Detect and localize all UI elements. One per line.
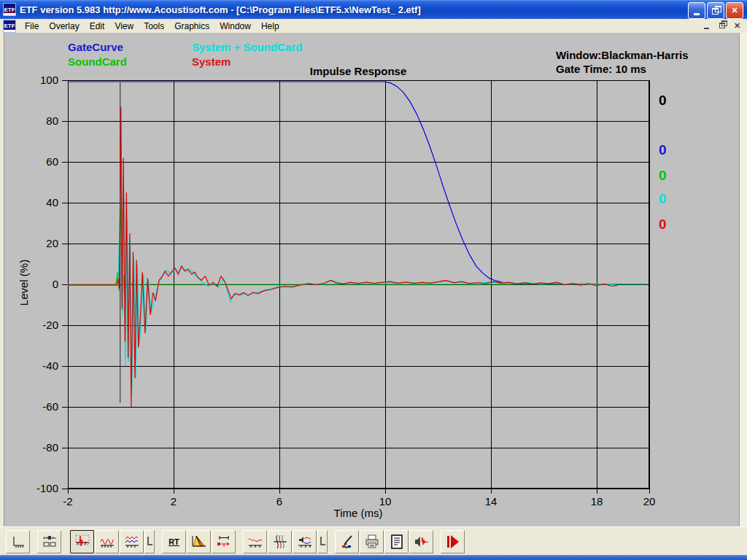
menu-item-view[interactable]: View — [109, 20, 139, 33]
printer-icon — [363, 533, 381, 551]
menu-item-file[interactable]: File — [20, 20, 44, 33]
y-tick-label: -20 — [42, 319, 58, 331]
menu-item-tools[interactable]: Tools — [139, 20, 169, 33]
toolbar-levels-button[interactable] — [37, 530, 61, 553]
rt-label: RT — [169, 537, 179, 546]
impulse-response-plot[interactable]: -22610141820-100-80-60-40-20020406080100 — [68, 80, 649, 489]
toolbar-waterfall-button[interactable] — [187, 530, 211, 553]
toolbar-run-measurement-button[interactable] — [441, 530, 465, 553]
zero-marker: 0 — [659, 191, 667, 207]
mdi-close-icon: ✕ — [734, 21, 740, 31]
restore-icon — [712, 8, 719, 15]
zero-marker: 0 — [659, 93, 667, 109]
y-tick-label: 60 — [46, 155, 58, 168]
toolbar-rt-button[interactable]: RT — [162, 530, 186, 553]
mdi-restore-icon — [719, 23, 725, 28]
mdi-minimize-icon — [704, 28, 709, 29]
corner-marker-icon — [145, 533, 154, 551]
x-tick-label: 18 — [591, 495, 603, 508]
waterfall-icon — [190, 533, 208, 551]
x-tick-label: 6 — [276, 495, 282, 508]
toolbar: RT — [0, 526, 747, 556]
speaker-response-icon — [296, 533, 314, 551]
toolbar-gate-markers-button[interactable] — [212, 530, 236, 553]
close-button[interactable]: ✕ — [726, 2, 743, 19]
legend-soundcard: SoundCard — [68, 55, 127, 68]
restore-button[interactable] — [707, 2, 724, 19]
menu-item-edit[interactable]: Edit — [85, 20, 110, 33]
toolbar-colors-brush-button[interactable] — [335, 530, 359, 553]
corner-marker-icon — [318, 533, 327, 551]
menu-item-window[interactable]: Window — [214, 20, 256, 33]
app-icon: ETF — [3, 3, 16, 16]
gate-time-label: Gate Time: 10 ms — [556, 62, 689, 76]
taskbar-edge[interactable] — [0, 555, 747, 560]
report-document-icon — [388, 533, 406, 551]
toolbar-speaker-impulse-button[interactable] — [409, 530, 433, 553]
x-axis-title: Time (ms) — [249, 507, 468, 519]
toolbar-periodic-wave-button[interactable] — [95, 530, 119, 553]
menu-item-help[interactable]: Help — [256, 20, 285, 33]
gate-markers-icon — [215, 533, 233, 551]
periodic-wave-icon — [98, 533, 116, 551]
series-soundcard — [68, 197, 646, 311]
minimize-button[interactable] — [688, 2, 705, 19]
zero-marker: 0 — [659, 217, 667, 233]
y-tick-label: -60 — [42, 400, 58, 413]
series-system — [68, 106, 618, 407]
y-tick-label: 40 — [46, 196, 58, 209]
toolbar-phase-waves-button[interactable] — [268, 530, 292, 553]
y-tick-label: 80 — [46, 114, 58, 127]
window-title: ETF version 5.983 http://www.Acoustisoft… — [20, 4, 421, 15]
toolbar-impulse-response-button[interactable] — [70, 530, 94, 553]
toolbar-report-button[interactable] — [384, 530, 409, 553]
y-tick-label: -40 — [42, 359, 58, 372]
overlay-waves-icon — [123, 533, 141, 551]
x-tick-label: 2 — [171, 495, 177, 508]
speaker-impulse-icon — [413, 533, 430, 551]
toolbar-overlay-waves-button[interactable] — [120, 530, 144, 553]
mdi-minimize-button[interactable] — [701, 20, 712, 31]
x-tick-label: 20 — [643, 495, 656, 508]
menu-item-graphics[interactable]: Graphics — [169, 20, 214, 33]
toolbar-rt60-curve-button[interactable] — [243, 530, 267, 553]
x-tick-label: 14 — [485, 495, 498, 508]
right-border-strip — [739, 33, 747, 526]
run-play-icon — [444, 533, 462, 551]
chart-title: Impulse Response — [249, 65, 468, 77]
title-bar[interactable]: ETF ETF version 5.983 http://www.Acousti… — [0, 0, 747, 19]
y-tick-label: 100 — [40, 74, 58, 86]
left-border-strip — [0, 33, 4, 526]
x-tick-label: -2 — [63, 495, 72, 508]
toolbar-speaker-response-button[interactable] — [293, 530, 317, 553]
y-tick-label: -100 — [36, 482, 58, 494]
colors-brush-icon — [338, 533, 356, 551]
chart-area: GateCurveSoundCardSystem + SoundCardSyst… — [0, 33, 747, 526]
legend-system: System — [192, 55, 231, 68]
menu-item-overlay[interactable]: Overlay — [44, 20, 84, 33]
zero-marker: 0 — [659, 168, 667, 184]
menu-items: FileOverlayEditViewToolsGraphicsWindowHe… — [20, 20, 285, 33]
levels-mixer-icon — [41, 533, 58, 551]
toolbar-print-button[interactable] — [360, 530, 384, 553]
axis-scale-icon — [9, 533, 27, 551]
x-tick-label: 10 — [379, 495, 392, 508]
y-tick-label: 20 — [46, 237, 58, 249]
toolbar-corner-marker-button-2[interactable] — [317, 530, 328, 553]
mdi-close-button[interactable]: ✕ — [732, 20, 743, 31]
y-tick-label: 0 — [53, 278, 58, 290]
phase-waves-icon — [271, 533, 289, 551]
impulse-response-icon — [74, 533, 91, 551]
y-axis-title: Level (%) — [18, 239, 30, 327]
toolbar-axis-scale-button[interactable] — [6, 530, 30, 553]
legend-system-soundcard: System + SoundCard — [192, 41, 302, 53]
application-window: ETF ETF version 5.983 http://www.Acousti… — [0, 0, 747, 560]
y-tick-label: -80 — [42, 441, 58, 454]
toolbar-corner-marker-button[interactable] — [144, 530, 155, 553]
series-gatecurve — [68, 82, 646, 284]
document-icon[interactable]: ETF — [3, 20, 16, 33]
mdi-restore-button[interactable] — [716, 20, 727, 31]
window-annotation: Window:Blackman-Harris Gate Time: 10 ms — [556, 48, 689, 76]
menu-bar: ETF FileOverlayEditViewToolsGraphicsWind… — [0, 19, 747, 34]
rt60-curve-icon — [247, 533, 264, 551]
